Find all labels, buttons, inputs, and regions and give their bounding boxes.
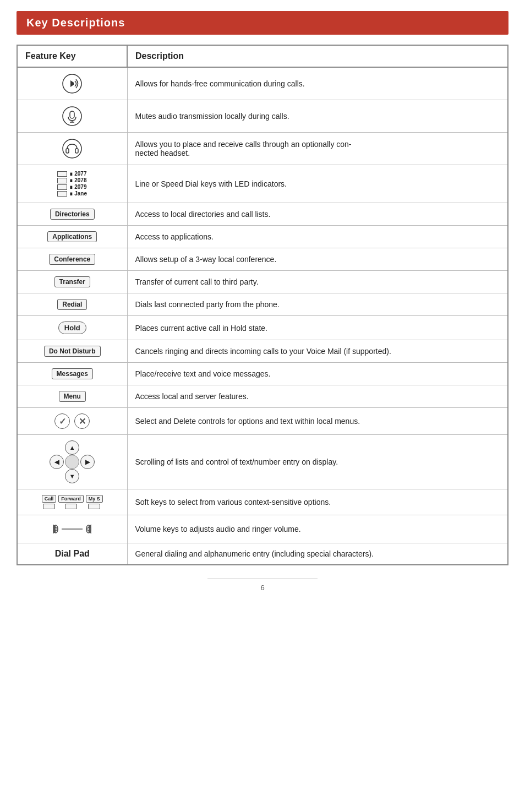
feature-key-conference: Conference bbox=[17, 248, 127, 271]
nav-left: ◀ bbox=[50, 455, 64, 469]
feature-key-select-delete: ✓ ✕ bbox=[17, 408, 127, 435]
col-desc-header: Description bbox=[127, 45, 508, 67]
feature-key-menu: Menu bbox=[17, 385, 127, 408]
desc-line-speed-dial: Line or Speed Dial keys with LED indicat… bbox=[127, 165, 508, 203]
table-row: Conference Allows setup of a 3-way local… bbox=[17, 248, 508, 271]
feature-key-volume bbox=[17, 515, 127, 543]
nav-up: ▲ bbox=[65, 440, 79, 455]
table-row: Redial Dials last connected party from t… bbox=[17, 293, 508, 316]
softkey-call: Call bbox=[42, 495, 57, 509]
desc-softkeys: Soft keys to select from various context… bbox=[127, 489, 508, 515]
feature-key-mute bbox=[17, 100, 127, 133]
table-row: ▲ ◀ ▶ ▼ Scrolling of lists and control o… bbox=[17, 435, 508, 489]
table-row: Messages Place/receive text and voice me… bbox=[17, 363, 508, 385]
feature-key-hold: Hold bbox=[17, 316, 127, 340]
desc-directories: Access to local directories and call lis… bbox=[127, 203, 508, 226]
key-descriptions-table: Feature Key Description Allows for hands… bbox=[17, 45, 508, 565]
table-row: ∎ 2077 ∎ 2078 ∎ 2079 ∎ Jane bbox=[17, 165, 508, 203]
delete-icon: ✕ bbox=[74, 413, 90, 429]
desc-redial: Dials last connected party from the phon… bbox=[127, 293, 508, 316]
table-row: Dial Pad General dialing and alphanumeri… bbox=[17, 543, 508, 565]
desc-messages: Place/receive text and voice messages. bbox=[127, 363, 508, 385]
nav-down: ▼ bbox=[65, 469, 79, 483]
feature-key-line-speed-dial: ∎ 2077 ∎ 2078 ∎ 2079 ∎ Jane bbox=[17, 165, 127, 203]
table-row: Applications Access to applications. bbox=[17, 226, 508, 248]
feature-key-transfer: Transfer bbox=[17, 271, 127, 293]
feature-key-directories: Directories bbox=[17, 203, 127, 226]
feature-key-headset bbox=[17, 133, 127, 165]
feature-key-softkeys: Call Forward My S bbox=[17, 489, 127, 515]
nav-middle: ◀ ▶ bbox=[50, 455, 95, 469]
speakerphone-icon bbox=[25, 73, 119, 94]
desc-headset: Allows you to place and receive calls th… bbox=[127, 133, 508, 165]
page-title: Key Descriptions bbox=[26, 17, 125, 29]
table-row: Volume keys to adjusts audio and ringer … bbox=[17, 515, 508, 543]
feature-key-nav: ▲ ◀ ▶ ▼ bbox=[17, 435, 127, 489]
desc-conference: Allows setup of a 3-way local conference… bbox=[127, 248, 508, 271]
hold-button: Hold bbox=[58, 321, 86, 334]
dnd-button: Do Not Disturb bbox=[44, 346, 101, 357]
desc-select-delete: Select and Delete controls for options a… bbox=[127, 408, 508, 435]
select-icon: ✓ bbox=[54, 413, 70, 429]
page-number: 6 bbox=[260, 584, 264, 592]
table-row: Call Forward My S Soft keys t bbox=[17, 489, 508, 515]
softkeys-icon: Call Forward My S bbox=[42, 495, 103, 509]
desc-nav: Scrolling of lists and control of text/n… bbox=[127, 435, 508, 489]
col-feature-header: Feature Key bbox=[17, 45, 127, 67]
directories-button: Directories bbox=[50, 209, 95, 220]
messages-button: Messages bbox=[52, 368, 93, 379]
desc-mute: Mutes audio transmission locally during … bbox=[127, 100, 508, 133]
conference-button: Conference bbox=[49, 254, 95, 265]
feature-key-dnd: Do Not Disturb bbox=[17, 340, 127, 363]
redial-button: Redial bbox=[57, 299, 87, 310]
softkey-mys: My S bbox=[86, 495, 103, 509]
menu-button: Menu bbox=[59, 391, 86, 402]
svg-point-6 bbox=[63, 139, 81, 158]
table-row: Allows for hands-free communication duri… bbox=[17, 67, 508, 100]
feature-key-dialpad: Dial Pad bbox=[17, 543, 127, 565]
feature-key-messages: Messages bbox=[17, 363, 127, 385]
headset-icon bbox=[25, 138, 119, 159]
table-row: ✓ ✕ Select and Delete controls for optio… bbox=[17, 408, 508, 435]
table-row: Menu Access local and server features. bbox=[17, 385, 508, 408]
dialpad-label: Dial Pad bbox=[55, 549, 90, 559]
line-speed-dial-icon: ∎ 2077 ∎ 2078 ∎ 2079 ∎ Jane bbox=[25, 171, 119, 197]
page-header: Key Descriptions bbox=[17, 11, 508, 35]
table-row: Transfer Transfer of current call to thi… bbox=[17, 271, 508, 293]
feature-key-redial: Redial bbox=[17, 293, 127, 316]
table-row: Mutes audio transmission locally during … bbox=[17, 100, 508, 133]
desc-menu: Access local and server features. bbox=[127, 385, 508, 408]
desc-speakerphone: Allows for hands-free communication duri… bbox=[127, 67, 508, 100]
desc-dnd: Cancels ringing and directs incoming cal… bbox=[127, 340, 508, 363]
table-row: Do Not Disturb Cancels ringing and direc… bbox=[17, 340, 508, 363]
volume-icon bbox=[25, 521, 119, 537]
page-footer: 6 bbox=[207, 579, 318, 592]
select-delete-icons: ✓ ✕ bbox=[54, 413, 90, 429]
applications-button: Applications bbox=[47, 231, 97, 242]
transfer-button: Transfer bbox=[54, 276, 90, 287]
nav-ok bbox=[65, 455, 79, 469]
table-row: Allows you to place and receive calls th… bbox=[17, 133, 508, 165]
desc-dialpad: General dialing and alphanumeric entry (… bbox=[127, 543, 508, 565]
feature-key-speakerphone bbox=[17, 67, 127, 100]
desc-hold: Places current active call in Hold state… bbox=[127, 316, 508, 340]
table-row: Hold Places current active call in Hold … bbox=[17, 316, 508, 340]
desc-applications: Access to applications. bbox=[127, 226, 508, 248]
nav-cluster-icon: ▲ ◀ ▶ ▼ bbox=[50, 440, 95, 483]
desc-transfer: Transfer of current call to third party. bbox=[127, 271, 508, 293]
table-row: Directories Access to local directories … bbox=[17, 203, 508, 226]
nav-right: ▶ bbox=[80, 455, 95, 469]
mute-icon bbox=[25, 106, 119, 127]
svg-point-2 bbox=[63, 107, 81, 126]
desc-volume: Volume keys to adjusts audio and ringer … bbox=[127, 515, 508, 543]
feature-key-applications: Applications bbox=[17, 226, 127, 248]
softkey-forward: Forward bbox=[58, 495, 84, 509]
